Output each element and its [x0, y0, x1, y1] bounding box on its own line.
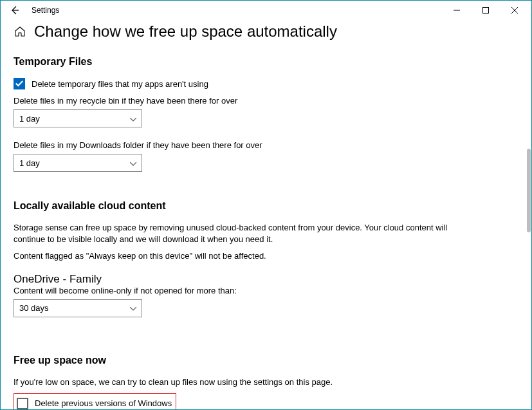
cloud-p2: Content flagged as "Always keep on this … [14, 250, 477, 262]
close-icon [511, 7, 518, 14]
scrollbar-thumb[interactable] [527, 149, 531, 232]
minimize-button[interactable] [442, 1, 471, 20]
highlight-delete-previous: Delete previous versions of Windows [14, 393, 176, 409]
select-downloads[interactable]: 1 day [14, 154, 142, 172]
cloud-p1: Storage sense can free up space by remov… [14, 222, 477, 245]
free-now-p1: If you're low on space, we can try to cl… [14, 377, 477, 388]
svg-rect-1 [482, 8, 488, 14]
title-bar: Settings [1, 1, 531, 20]
arrow-left-icon [10, 6, 19, 15]
maximize-button[interactable] [471, 1, 500, 20]
page-title: Change how we free up space automaticall… [34, 23, 337, 41]
section-cloud-content: Locally available cloud content [14, 200, 518, 212]
content-area: Change how we free up space automaticall… [1, 20, 531, 409]
checkbox-delete-prev-windows[interactable] [17, 398, 28, 409]
select-cloud-duration[interactable]: 30 days [14, 299, 142, 317]
checkbox-delete-temp-label: Delete temporary files that my apps aren… [32, 79, 208, 89]
close-button[interactable] [500, 1, 529, 20]
checkbox-row-temp-files: Delete temporary files that my apps aren… [14, 78, 518, 89]
page-header: Change how we free up space automaticall… [14, 23, 518, 41]
checkbox-row-prev-windows: Delete previous versions of Windows [14, 398, 172, 409]
section-free-up-now: Free up space now [14, 355, 518, 366]
chevron-down-icon [130, 303, 136, 313]
home-icon[interactable] [14, 25, 26, 38]
window-controls [442, 1, 529, 20]
downloads-label: Delete files in my Downloads folder if t… [14, 140, 518, 150]
select-cloud-value: 30 days [19, 303, 49, 313]
home-icon-svg [14, 26, 26, 37]
cloud-account-name: OneDrive - Family [14, 273, 518, 286]
select-recycle-bin[interactable]: 1 day [14, 109, 142, 127]
checkbox-delete-prev-windows-label: Delete previous versions of Windows [35, 398, 172, 408]
maximize-icon [482, 7, 489, 14]
back-button[interactable] [7, 3, 23, 18]
cloud-account-label: Content will become online-only if not o… [14, 286, 518, 295]
recycle-bin-label: Delete files in my recycle bin if they h… [14, 96, 518, 106]
window-title: Settings [32, 6, 59, 15]
chevron-down-icon [130, 114, 136, 124]
section-temporary-files: Temporary Files [14, 56, 518, 68]
chevron-down-icon [130, 158, 136, 168]
minimize-icon [454, 7, 460, 14]
checkbox-delete-temp[interactable] [14, 78, 25, 89]
select-recycle-bin-value: 1 day [19, 114, 40, 124]
select-downloads-value: 1 day [19, 158, 40, 168]
